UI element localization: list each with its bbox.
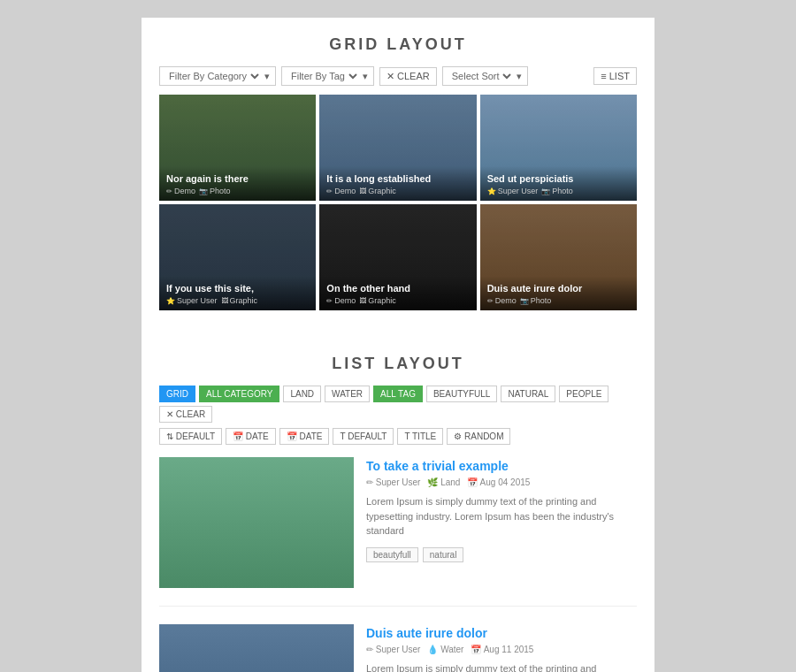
footer-tag: natural	[423, 547, 464, 562]
sort-filter[interactable]: Select Sort ▾	[442, 66, 528, 86]
sort-button[interactable]: T DEFAULT	[333, 428, 394, 445]
chevron-down-icon: ▾	[363, 71, 368, 82]
list-title: LIST LAYOUT	[159, 355, 637, 373]
category-select[interactable]: Filter By Category	[165, 70, 262, 82]
grid-tag: ✏ Demo	[326, 187, 356, 195]
grid-item-title: Sed ut perspiciatis	[487, 173, 630, 184]
tag-icon: 📷	[541, 187, 550, 195]
tag-select[interactable]: Filter By Tag	[287, 70, 360, 82]
grid-item-title: It is a long established	[326, 173, 469, 184]
list-item-title[interactable]: Duis aute irure dolor	[366, 626, 637, 640]
list-section: LIST LAYOUT GRIDALL CATEGORYLANDWATERALL…	[142, 337, 654, 672]
grid-item[interactable]: Duis aute irure dolor✏ Demo📷 Photo	[480, 204, 637, 310]
sort-bar: ⇅ DEFAULT📅 DATE📅 DATET DEFAULTT TITLE⚙ R…	[159, 428, 637, 445]
grid-tag: 🖼 Graphic	[359, 187, 396, 195]
tag-icon: 📷	[520, 297, 529, 305]
tag-icon: ⭐	[166, 297, 175, 305]
filter-tag-button[interactable]: ✕ CLEAR	[159, 406, 212, 423]
list-item-title[interactable]: To take a trivial example	[366, 459, 637, 473]
tag-icon: ✏	[487, 297, 494, 305]
list-filter-bar: GRIDALL CATEGORYLANDWATERALL TAGBEAUTYFU…	[159, 386, 637, 423]
list-item: To take a trivial example✏ Super User🌿 L…	[159, 457, 637, 607]
tag-icon: ✏	[326, 297, 333, 305]
sort-button[interactable]: ⇅ DEFAULT	[159, 428, 222, 445]
meta-tag: ✏ Super User	[366, 645, 420, 654]
tag-filter[interactable]: Filter By Tag ▾	[281, 66, 374, 86]
sort-button[interactable]: ⚙ RANDOM	[447, 428, 510, 445]
meta-tag: 🌿 Land	[427, 477, 460, 487]
grid-tag: ✏ Demo	[166, 187, 195, 195]
list-item-content: Duis aute irure dolor✏ Super User💧 Water…	[366, 624, 637, 672]
chevron-down-icon: ▾	[517, 71, 522, 82]
meta-tag: ✏ Super User	[366, 477, 420, 487]
tag-icon: ✏	[326, 187, 333, 195]
filter-tag-button[interactable]: ALL CATEGORY	[199, 386, 279, 402]
grid-item[interactable]: Sed ut perspiciatis⭐ Super User📷 Photo	[480, 95, 637, 201]
grid-item[interactable]: If you use this site,⭐ Super User🖼 Graph…	[159, 204, 316, 310]
meta-tag: 💧 Water	[427, 645, 463, 654]
list-item-meta: ✏ Super User🌿 Land📅 Aug 04 2015	[366, 477, 637, 487]
grid-item-title: On the other hand	[326, 283, 469, 294]
grid-container: Nor again is there✏ Demo📷 PhotoIt is a l…	[159, 95, 637, 310]
list-item-image	[159, 457, 354, 588]
filter-tag-button[interactable]: LAND	[283, 386, 321, 402]
grid-tag: ⭐ Super User	[166, 296, 218, 305]
meta-tag: 📅 Aug 04 2015	[467, 477, 530, 487]
grid-tag: ⭐ Super User	[487, 187, 539, 195]
filter-tag-button[interactable]: ALL TAG	[373, 386, 423, 402]
category-filter[interactable]: Filter By Category ▾	[159, 66, 276, 86]
filter-tag-button[interactable]: PEOPLE	[559, 386, 608, 402]
tag-icon: ⭐	[487, 187, 496, 195]
grid-tag: 📷 Photo	[520, 296, 552, 305]
grid-item-title: Nor again is there	[166, 173, 309, 184]
sort-button[interactable]: 📅 DATE	[279, 428, 330, 445]
grid-section: GRID LAYOUT Filter By Category ▾ Filter …	[142, 18, 654, 328]
page-wrapper: GRID LAYOUT Filter By Category ▾ Filter …	[142, 18, 654, 672]
grid-item[interactable]: On the other hand✏ Demo🖼 Graphic	[319, 204, 476, 310]
grid-tag: 🖼 Graphic	[359, 296, 396, 305]
list-item-description: Lorem Ipsum is simply dummy text of the …	[366, 661, 637, 672]
grid-tag: ✏ Demo	[326, 296, 356, 305]
sort-select[interactable]: Select Sort	[448, 70, 514, 82]
list-item-footer-tags: beautyfullnatural	[366, 547, 637, 562]
list-item-meta: ✏ Super User💧 Water📅 Aug 11 2015	[366, 645, 637, 654]
grid-tag: 📷 Photo	[541, 187, 573, 195]
filter-tag-button[interactable]: NATURAL	[501, 386, 555, 402]
chevron-down-icon: ▾	[264, 71, 270, 82]
grid-item-title: If you use this site,	[166, 283, 309, 294]
sort-button[interactable]: 📅 DATE	[226, 428, 276, 445]
meta-tag: 📅 Aug 11 2015	[471, 645, 533, 654]
list-items-container: To take a trivial example✏ Super User🌿 L…	[159, 457, 637, 672]
list-item: Duis aute irure dolor✏ Super User💧 Water…	[159, 624, 637, 672]
filter-tag-button[interactable]: WATER	[325, 386, 370, 402]
grid-tag: 📷 Photo	[199, 187, 231, 195]
grid-title: GRID LAYOUT	[159, 35, 637, 54]
grid-item[interactable]: Nor again is there✏ Demo📷 Photo	[159, 95, 316, 201]
tag-icon: ✏	[166, 187, 172, 195]
tag-icon: 🖼	[359, 297, 366, 305]
list-item-image	[159, 624, 354, 672]
filter-tag-button[interactable]: GRID	[159, 386, 195, 402]
clear-button[interactable]: ✕ CLEAR	[379, 67, 437, 86]
grid-tag: 🖼 Graphic	[221, 296, 258, 305]
list-view-button[interactable]: ≡ LIST	[593, 67, 637, 85]
grid-tag: ✏ Demo	[487, 296, 517, 305]
filter-tag-button[interactable]: BEAUTYFULL	[426, 386, 497, 402]
tag-icon: 🖼	[359, 187, 366, 195]
footer-tag: beautyfull	[366, 547, 418, 562]
tag-icon: 🖼	[221, 297, 228, 305]
list-item-description: Lorem Ipsum is simply dummy text of the …	[366, 494, 637, 538]
tag-icon: 📷	[199, 187, 208, 195]
grid-item-title: Duis aute irure dolor	[487, 283, 630, 294]
grid-item[interactable]: It is a long established✏ Demo🖼 Graphic	[319, 95, 476, 201]
sort-button[interactable]: T TITLE	[397, 428, 443, 445]
list-item-content: To take a trivial example✏ Super User🌿 L…	[366, 457, 637, 588]
grid-filter-bar: Filter By Category ▾ Filter By Tag ▾ ✕ C…	[159, 66, 637, 86]
